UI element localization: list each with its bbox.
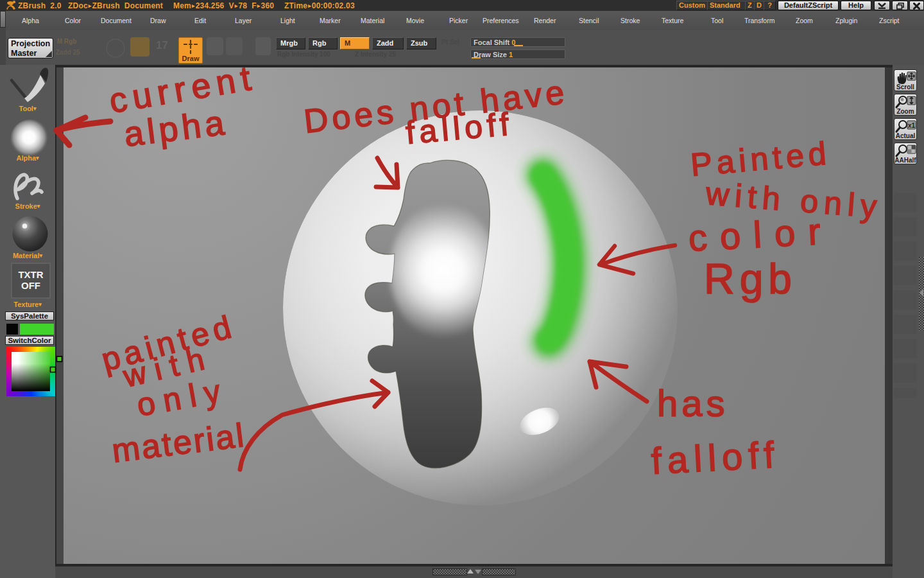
- svg-text:Rgb: Rgb: [704, 255, 797, 302]
- svg-text:material: material: [110, 416, 247, 469]
- svg-text:falloff: falloff: [650, 434, 781, 482]
- svg-text:has: has: [657, 382, 729, 424]
- svg-text:color: color: [687, 209, 834, 259]
